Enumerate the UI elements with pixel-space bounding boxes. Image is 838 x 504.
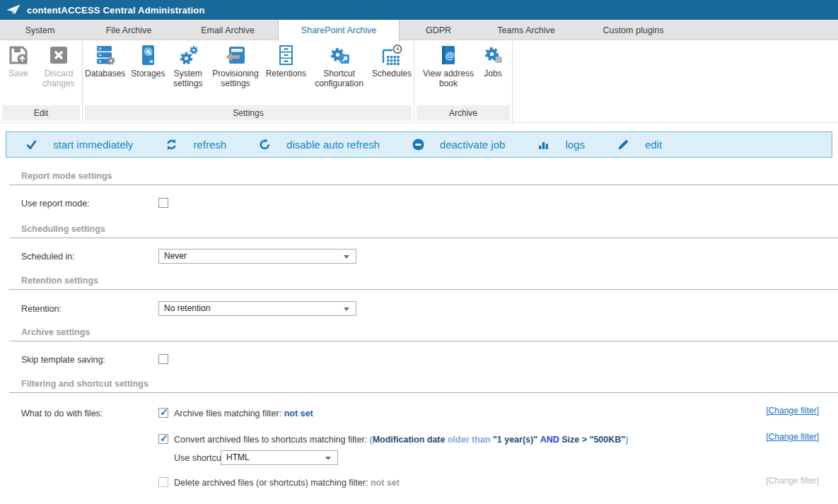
tab-file-archive[interactable]: File Archive [80, 20, 178, 40]
databases-icon [94, 44, 117, 66]
deactivate-job-button[interactable]: deactivate job [412, 139, 506, 151]
main-tab-bar: System File Archive Email Archive ShareP… [0, 20, 838, 40]
system-settings-label: System settings [170, 69, 205, 89]
app-header: contentACCESS Central Administration [0, 0, 838, 20]
section-divider [9, 238, 838, 238]
provisioning-settings-button[interactable]: Provisioning settings [209, 44, 262, 89]
shortcut-configuration-label: Shortcut configuration [312, 69, 366, 89]
section-divider [9, 184, 838, 185]
what-to-do-with-files-label: What to do with files: [21, 409, 103, 418]
ribbon-group-label-settings: Settings [85, 105, 412, 121]
app-title: contentACCESS Central Administration [27, 5, 205, 16]
section-divider [9, 392, 838, 393]
skip-template-saving-label: Skip template saving: [21, 355, 105, 365]
convert-to-shortcuts-row: Convert archived files to shortcuts matc… [174, 435, 628, 445]
auto-refresh-icon [259, 139, 271, 151]
use-shortcut-label: Use shortcut [174, 453, 223, 463]
jobs-icon [482, 44, 504, 66]
save-icon [7, 44, 30, 66]
delete-filter-value: not set [371, 478, 400, 488]
system-settings-button[interactable]: System settings [168, 44, 207, 89]
start-immediately-button[interactable]: start immediately [25, 139, 133, 151]
filter-paren-close: ) [625, 435, 628, 445]
discard-changes-label: Discard changes [39, 69, 78, 89]
archive-files-row: Archive files matching filter: not set [174, 409, 313, 418]
skip-template-saving-checkbox[interactable] [158, 354, 168, 364]
convert-to-shortcuts-checkbox[interactable] [158, 434, 168, 444]
retentions-label: Retentions [266, 69, 306, 78]
delete-archived-files-checkbox[interactable] [158, 477, 168, 487]
jobs-button[interactable]: Jobs [479, 44, 507, 78]
check-icon [25, 139, 37, 151]
delete-archived-files-row: Delete archived files (or shortcuts) mat… [174, 478, 400, 488]
scheduled-in-label: Scheduled in: [21, 252, 75, 262]
filter-value-500kb: "500KB" [589, 435, 625, 445]
ribbon-group-archive: @ View address book Jobs Archive [414, 40, 513, 123]
ribbon-group-settings: Databases Storages [83, 40, 414, 123]
logs-icon [537, 139, 549, 151]
retentions-button[interactable]: Retentions [264, 44, 308, 78]
provisioning-settings-label: Provisioning settings [211, 69, 260, 89]
retention-dropdown[interactable]: No retention [158, 301, 356, 316]
discard-icon [47, 44, 70, 66]
filter-op-older-than: older than [448, 435, 490, 445]
change-filter-link-convert[interactable]: [Change filter] [766, 432, 819, 442]
schedules-icon [380, 44, 403, 66]
save-button[interactable]: Save [1, 44, 35, 78]
edit-pencil-icon [617, 139, 629, 151]
jobs-label: Jobs [484, 69, 501, 78]
ribbon: Save Discard changes Edit [0, 40, 838, 123]
tab-teams-archive[interactable]: Teams Archive [477, 20, 575, 40]
contentaccess-logo-icon [6, 4, 21, 16]
tab-gdpr[interactable]: GDPR [400, 20, 477, 40]
provisioning-settings-icon [224, 44, 247, 66]
databases-label: Databases [85, 69, 125, 78]
section-report-mode-settings: Report mode settings [21, 171, 112, 181]
address-book-icon: @ [437, 44, 460, 66]
section-divider [9, 289, 838, 290]
retentions-icon [274, 44, 297, 66]
edit-button[interactable]: edit [617, 139, 662, 151]
retention-label: Retention: [21, 304, 62, 314]
section-scheduling-settings: Scheduling settings [21, 224, 105, 234]
svg-text:@: @ [446, 50, 455, 61]
archive-filter-value: not set [284, 409, 313, 418]
scheduled-in-dropdown[interactable]: Never [158, 249, 356, 264]
logs-button[interactable]: logs [537, 139, 585, 151]
change-filter-link-archive[interactable]: [Change filter] [766, 406, 819, 416]
storages-button[interactable]: Storages [129, 44, 167, 78]
ribbon-group-label-edit: Edit [2, 105, 80, 121]
use-report-mode-checkbox[interactable] [158, 198, 168, 208]
schedules-button[interactable]: Schedules [370, 44, 414, 78]
section-divider [9, 341, 838, 341]
section-filtering-settings: Filtering and shortcut settings [21, 379, 149, 389]
refresh-button[interactable]: refresh [165, 139, 226, 151]
tab-system[interactable]: System [0, 20, 80, 40]
discard-changes-button[interactable]: Discard changes [37, 44, 81, 89]
shortcut-configuration-icon [328, 44, 351, 66]
refresh-icon [165, 139, 178, 151]
use-shortcut-dropdown[interactable]: HTML [221, 450, 338, 465]
tab-custom-plugins[interactable]: Custom plugins [575, 20, 692, 40]
ribbon-group-label-archive: Archive [417, 105, 510, 121]
filter-op-and: AND [540, 435, 559, 445]
use-report-mode-label: Use report mode: [21, 199, 90, 209]
job-action-bar: start immediately refresh disable auto r… [6, 131, 832, 158]
databases-button[interactable]: Databases [83, 44, 127, 78]
view-address-book-label: View address book [421, 69, 475, 89]
ribbon-group-edit: Save Discard changes Edit [0, 40, 83, 123]
storages-label: Storages [131, 69, 165, 78]
tab-sharepoint-archive[interactable]: SharePoint Archive [278, 20, 400, 41]
view-address-book-button[interactable]: @ View address book [419, 44, 477, 89]
section-retention-settings: Retention settings [21, 276, 98, 286]
deactivate-icon [412, 139, 424, 151]
tab-email-archive[interactable]: Email Archive [178, 20, 278, 40]
archive-files-checkbox[interactable] [158, 408, 168, 418]
system-settings-icon [177, 44, 199, 66]
shortcut-configuration-button[interactable]: Shortcut configuration [310, 44, 368, 89]
section-archive-settings: Archive settings [21, 327, 90, 337]
save-label: Save [8, 69, 28, 78]
disable-auto-refresh-button[interactable]: disable auto refresh [259, 139, 380, 151]
schedules-label: Schedules [372, 69, 412, 78]
filter-field-size: Size > [561, 435, 587, 445]
